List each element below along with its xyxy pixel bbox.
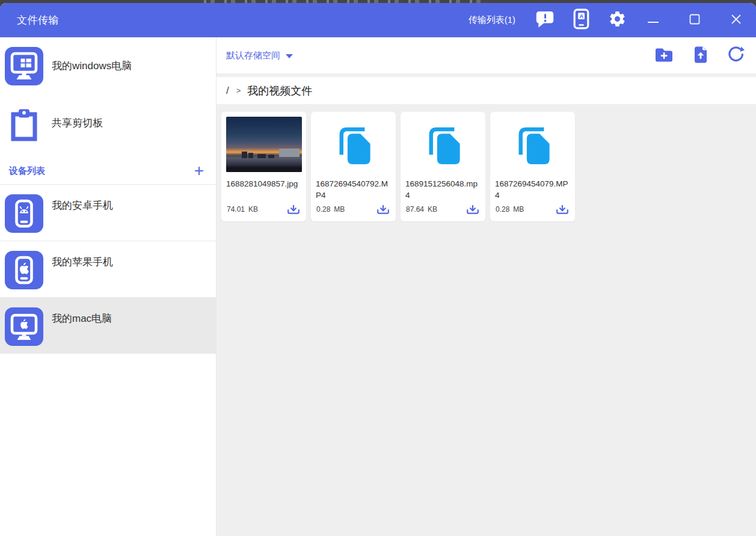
settings-button[interactable] (607, 10, 627, 31)
close-button[interactable] (726, 10, 746, 31)
video-file-icon (333, 122, 375, 167)
add-device-button[interactable]: + (194, 165, 204, 177)
minimize-icon (647, 15, 659, 26)
breadcrumb-separator-icon: > (236, 86, 241, 95)
file-transfer-window: 文件传输 传输列表(1) A (0, 3, 756, 536)
apple-phone-icon (5, 251, 43, 289)
sidebar-item-windows-computer[interactable]: 我的windows电脑 (0, 37, 216, 94)
titlebar: 文件传输 传输列表(1) A (0, 3, 756, 37)
file-size-unit: MB (334, 205, 345, 214)
sidebar-item-label: 共享剪切板 (52, 116, 103, 130)
file-size-unit: KB (248, 205, 258, 214)
file-size: 74.01 (227, 205, 245, 214)
file-size-unit: MB (513, 205, 524, 214)
download-button[interactable] (555, 203, 570, 215)
refresh-button[interactable] (726, 45, 746, 66)
windows-computer-icon (5, 47, 43, 85)
download-icon (376, 205, 390, 215)
sidebar-item-label: 我的安卓手机 (52, 199, 113, 212)
file-name: 16872694540792.MP4 (311, 177, 396, 201)
sidebar-item-label: 我的windows电脑 (52, 59, 132, 73)
video-file-icon (512, 122, 554, 167)
download-button[interactable] (286, 203, 301, 215)
feedback-bubble-icon (535, 10, 555, 31)
file-card[interactable]: 1687269454079.MP4 0.28 MB (490, 112, 575, 221)
download-button[interactable] (376, 203, 390, 215)
file-size-unit: KB (428, 205, 437, 214)
file-name: 1687269454079.MP4 (490, 177, 575, 201)
svg-text:A: A (579, 13, 583, 19)
minimize-button[interactable] (643, 10, 663, 31)
android-phone-icon (5, 194, 43, 233)
phone-a-icon: A (573, 8, 589, 32)
sidebar-item-mac-computer[interactable]: 我的mac电脑 (0, 297, 216, 354)
close-icon (731, 14, 742, 27)
sidebar: 我的windows电脑 共享剪切板 设备列表 + (0, 37, 217, 536)
refresh-icon (727, 45, 745, 66)
sidebar-item-android-phone[interactable]: 我的安卓手机 (0, 184, 216, 241)
device-rename-button[interactable]: A (571, 10, 591, 31)
sidebar-item-label: 我的苹果手机 (52, 255, 113, 269)
feedback-button[interactable] (535, 10, 555, 31)
file-size: 87.64 (406, 205, 424, 214)
sidebar-item-apple-phone[interactable]: 我的苹果手机 (0, 241, 216, 297)
maximize-icon (689, 14, 700, 27)
storage-toolbar: 默认存储空间 (217, 37, 756, 73)
maximize-button[interactable] (684, 10, 705, 31)
file-upload-icon (692, 45, 708, 66)
chevron-down-icon (286, 54, 293, 58)
video-file-icon (422, 122, 464, 167)
transfer-list-button[interactable]: 传输列表(1) (469, 14, 515, 26)
sidebar-item-shared-clipboard[interactable]: 共享剪切板 (0, 94, 216, 152)
device-list-header: 设备列表 + (0, 152, 216, 184)
new-folder-button[interactable] (654, 45, 674, 66)
storage-space-dropdown[interactable]: 默认存储空间 (226, 50, 293, 61)
download-icon (287, 205, 300, 215)
download-button[interactable] (466, 203, 480, 215)
file-grid: 1688281049857.jpg 74.01 KB (217, 104, 756, 536)
sidebar-item-label: 我的mac电脑 (52, 312, 112, 325)
file-size: 0.28 (496, 205, 509, 214)
main-panel: 默认存储空间 (217, 37, 756, 536)
breadcrumb: / > 我的视频文件 (217, 77, 756, 104)
device-list-title: 设备列表 (9, 165, 45, 177)
breadcrumb-current-folder: 我的视频文件 (247, 84, 312, 98)
file-card[interactable]: 1688281049857.jpg 74.01 KB (221, 112, 306, 221)
file-name: 1688281049857.jpg (221, 177, 306, 189)
storage-space-label: 默认存储空间 (226, 50, 280, 61)
gear-icon (608, 10, 627, 31)
app-title: 文件传输 (17, 13, 59, 27)
folder-add-icon (654, 46, 674, 65)
file-size: 0.28 (316, 205, 330, 214)
download-icon (556, 205, 569, 215)
image-thumbnail (226, 117, 302, 172)
clipboard-icon (5, 104, 43, 143)
breadcrumb-root[interactable]: / (226, 85, 229, 97)
upload-file-button[interactable] (690, 45, 710, 66)
mac-computer-icon (5, 307, 43, 346)
file-card[interactable]: 1689151256048.mp4 87.64 KB (401, 112, 485, 221)
download-icon (466, 205, 479, 215)
file-card[interactable]: 16872694540792.MP4 0.28 MB (311, 112, 396, 221)
file-name: 1689151256048.mp4 (401, 177, 485, 201)
